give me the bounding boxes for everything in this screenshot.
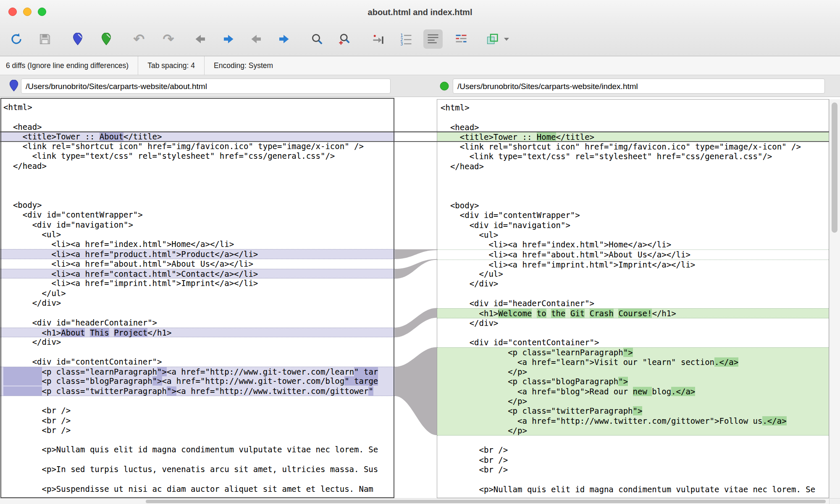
code-line: </p> xyxy=(437,367,829,377)
statusbar: 6 diffs (Ignore line ending differences)… xyxy=(0,56,840,75)
changed-text-segment: "> xyxy=(167,386,176,396)
horizontal-scrollbar-thumb[interactable] xyxy=(146,500,826,503)
redo-icon: ↷ xyxy=(163,32,174,46)
copy-menu-chevron[interactable] xyxy=(501,29,512,49)
copy-icon xyxy=(486,33,499,45)
code-line: <head> xyxy=(0,122,395,132)
chevron-down-icon xyxy=(504,37,509,41)
find-button[interactable] xyxy=(307,29,327,49)
code-line: <html> xyxy=(0,102,395,112)
code-line: <a href="blog">Read our new blog.</a> xyxy=(437,387,829,396)
code-line: <p class="twitterParagraph"> xyxy=(437,406,829,416)
vertical-scrollbar-thumb[interactable] xyxy=(832,102,837,233)
code-line xyxy=(437,171,829,181)
code-line: <li><a href="product.html">Product</a></… xyxy=(0,249,395,259)
changed-text-segment: "> xyxy=(157,367,167,376)
code-line: <link rel="shortcut icon" href="img/favi… xyxy=(437,142,829,152)
undo-button[interactable]: ↶ xyxy=(129,29,149,49)
code-line: </div> xyxy=(437,279,829,289)
next-conflict-button[interactable] xyxy=(274,29,293,49)
code-line: <li><a href="about.html">About Us</a></l… xyxy=(0,259,395,269)
code-line: <li><a href="imprint.html">Imprint</a></… xyxy=(437,260,829,269)
take-right-change-button[interactable] xyxy=(97,29,116,49)
left-file-path[interactable]: /Users/brunobrito/Sites/carparts-website… xyxy=(21,79,391,94)
changed-text-segment: .</a> xyxy=(671,387,695,396)
code-line: <p class="twitterParagraph"><a href="htt… xyxy=(0,386,395,396)
changed-text-segment: "> xyxy=(152,376,162,386)
search-icon xyxy=(311,33,323,45)
code-line: <head> xyxy=(437,123,829,132)
previous-conflict-button[interactable] xyxy=(247,29,266,49)
arrow-left-icon xyxy=(194,33,207,45)
window-title: about.html and index.html xyxy=(0,0,840,24)
code-line: <h1>Welcome to the Git Crash Course!</h1… xyxy=(437,308,829,318)
code-line: </head> xyxy=(437,162,829,171)
code-line: <p class="learnParagraph"> xyxy=(437,347,829,357)
code-line: <div id="headerContainer"> xyxy=(437,299,829,308)
code-line: <link rel="shortcut icon" href="img/favi… xyxy=(0,142,395,151)
code-line: </div> xyxy=(0,337,395,347)
next-difference-button[interactable] xyxy=(218,29,238,49)
horizontal-scrollbar[interactable] xyxy=(0,498,829,504)
code-line xyxy=(437,436,829,445)
code-line: <p class="learnParagraph"><a href="http:… xyxy=(0,367,395,376)
save-button[interactable] xyxy=(35,29,55,49)
code-line: <br /> xyxy=(437,445,829,455)
find-next-button[interactable] xyxy=(335,29,354,49)
code-line: <link type="text/css" rel="stylesheet" h… xyxy=(437,152,829,161)
code-line xyxy=(437,289,829,299)
changed-text-segment: " xyxy=(368,386,373,396)
code-line xyxy=(437,328,829,338)
line-numbers-icon: 1 2 3 xyxy=(400,33,412,45)
diff-count: 6 diffs (Ignore line ending differences) xyxy=(0,56,138,75)
code-line: <li><a href="index.html">Home</a></li> xyxy=(437,240,829,249)
code-line: <body> xyxy=(0,200,395,210)
vertical-scrollbar[interactable] xyxy=(829,99,840,498)
intraline-highlight-button[interactable] xyxy=(452,29,471,49)
code-line: <ul> xyxy=(0,230,395,239)
blue-marker-icon xyxy=(72,33,84,45)
changed-text-segment xyxy=(3,376,42,386)
reload-button[interactable] xyxy=(7,29,26,49)
changed-text-segment: Home xyxy=(537,132,556,142)
show-lines-button[interactable] xyxy=(423,29,443,49)
code-line xyxy=(437,475,829,484)
code-line xyxy=(0,112,395,122)
text-lines-icon xyxy=(427,33,439,45)
code-line xyxy=(0,171,395,181)
code-line: <h1>About This Project</h1> xyxy=(0,328,395,337)
changed-text-segment: About xyxy=(100,132,123,141)
right-code-pane[interactable]: <html> <head> <title>Tower :: Home</titl… xyxy=(437,99,829,498)
code-line xyxy=(0,474,395,484)
diff-connectors xyxy=(395,99,437,498)
code-line: </div> xyxy=(0,298,395,308)
code-line: <ul> xyxy=(437,230,829,240)
arrow-left-gray-icon xyxy=(250,33,263,45)
search-plus-icon xyxy=(338,33,351,45)
green-marker-icon xyxy=(100,33,112,45)
go-to-line-icon xyxy=(372,33,385,45)
previous-difference-button[interactable] xyxy=(191,29,210,49)
changed-text-segment: "> xyxy=(618,377,628,386)
right-file-path[interactable]: /Users/brunobrito/Sites/carparts-website… xyxy=(453,79,825,94)
arrow-right-icon xyxy=(277,33,290,45)
redo-button[interactable]: ↷ xyxy=(159,29,178,49)
changed-text-segment: About xyxy=(61,328,85,337)
copy-diff-button[interactable] xyxy=(483,29,502,49)
changed-text-segment: Crash xyxy=(590,309,614,318)
go-to-line-button[interactable] xyxy=(369,29,388,49)
scrollbar-corner xyxy=(829,498,840,504)
titlebar: about.html and index.html xyxy=(0,0,840,24)
changed-text-segment: Course! xyxy=(618,309,652,318)
line-numbers-button[interactable]: 1 2 3 xyxy=(396,29,416,49)
take-left-change-button[interactable] xyxy=(68,29,87,49)
changed-text-segment: Project xyxy=(114,328,147,337)
changed-text-segment: new xyxy=(633,387,652,396)
code-line: <title>Tower :: About</title> xyxy=(0,132,395,142)
code-line: </div> xyxy=(437,318,829,328)
changed-text-segment xyxy=(3,386,42,396)
left-code-pane[interactable]: <html> <head> <title>Tower :: About</tit… xyxy=(0,99,395,498)
code-line: <p>Nullam quis elit id magna condimentum… xyxy=(437,485,829,494)
code-line: <br /> xyxy=(0,416,395,425)
code-line xyxy=(0,181,395,190)
